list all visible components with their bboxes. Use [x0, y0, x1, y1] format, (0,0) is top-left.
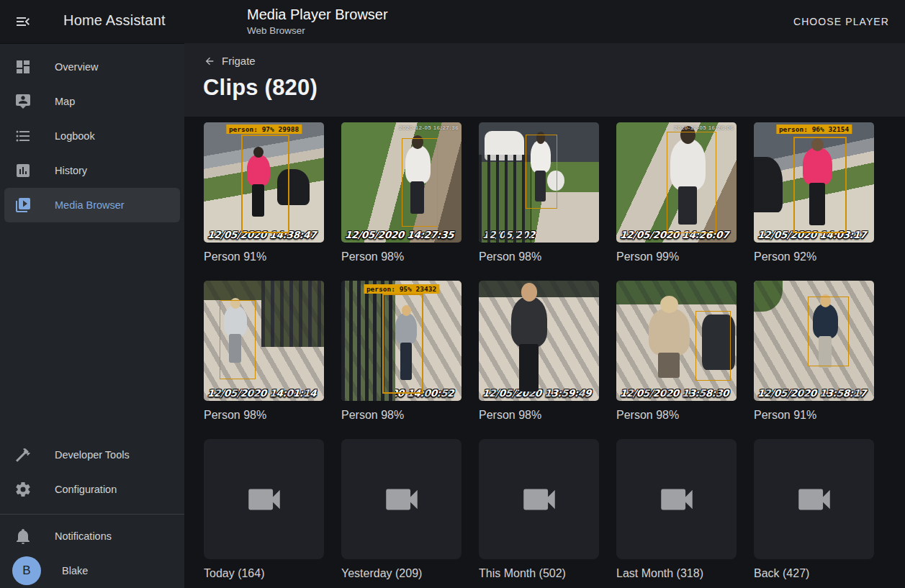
clip-timestamp: 12/05/2020 14:01:14: [207, 387, 316, 399]
main-header: Frigate Clips (820): [184, 43, 905, 117]
folder-label: Yesterday (209): [341, 566, 461, 582]
clip-card: 12/05/2020 14:01:14 Person 98%: [204, 281, 324, 423]
fence-figure: [261, 281, 324, 347]
detection-bounding-box: [241, 135, 289, 233]
chart-box-icon: [14, 162, 32, 179]
breadcrumb-label: Frigate: [222, 55, 256, 67]
folder-label: Last Month (318): [616, 566, 737, 582]
folder-card-this-month: This Month (502): [479, 439, 599, 582]
video-camera-icon: [793, 479, 835, 520]
clip-thumbnail[interactable]: 12/05/2020 13:58:30: [616, 281, 737, 401]
sidebar-item-label: Configuration: [55, 484, 117, 495]
sidebar-item-history[interactable]: History: [4, 153, 180, 188]
folder-card-today: Today (164): [204, 439, 324, 582]
clip-thumbnail[interactable]: 2020-12-05 16:26:06 12/05/2020 14:26:07: [616, 122, 737, 243]
sidebar-item-overview[interactable]: Overview: [4, 50, 180, 84]
page-header: Media Player Browser Web Browser: [247, 6, 388, 36]
folder-tile[interactable]: [754, 439, 874, 559]
clip-thumbnail[interactable]: person: 97% 29988 12/05/2020 14:38:47: [204, 122, 324, 243]
bell-icon: [14, 528, 32, 545]
gear-icon: [14, 481, 32, 498]
sidebar-bottom-nav: Developer Tools Configuration Notificati…: [0, 432, 184, 588]
arrow-left-icon: [204, 55, 215, 67]
clip-thumbnail[interactable]: person: 96% 32154 12/05/2020 14:03:17: [754, 122, 874, 243]
choose-player-button[interactable]: CHOOSE PLAYER: [789, 13, 893, 30]
clip-card: person: 95% 23432 12/05/2020 14:00:52 Pe…: [341, 281, 461, 423]
folder-card-last-month: Last Month (318): [616, 439, 737, 582]
sidebar-item-configuration[interactable]: Configuration: [4, 472, 180, 507]
clip-thumbnail[interactable]: 12/05/2020 13:58:17: [754, 281, 874, 401]
clip-caption: Person 91%: [204, 249, 324, 265]
page-title: Media Player Browser: [247, 6, 388, 23]
detection-label: person: 95% 23432: [364, 284, 439, 294]
clip-caption: Person 98%: [204, 407, 324, 423]
clip-thumbnail[interactable]: 12/05/2020 14:26:46: [479, 122, 599, 243]
app-window: Home Assistant Media Player Browser Web …: [0, 0, 905, 588]
sidebar-divider: [0, 514, 184, 515]
avatar: B: [12, 556, 41, 585]
clip-caption: Person 91%: [754, 407, 874, 423]
sidebar-spacer: [0, 222, 184, 432]
clip-thumbnail[interactable]: 2020-12-05 16:27:36 12/05/2020 14:27:35: [341, 122, 461, 243]
sidebar-item-map[interactable]: Map: [4, 84, 180, 119]
sidebar-item-label: Overview: [55, 61, 98, 73]
folder-tile[interactable]: [616, 439, 737, 559]
clip-thumbnail[interactable]: 12/05/2020 14:01:14: [204, 281, 324, 401]
clip-card: 12/05/2020 13:58:30 Person 98%: [616, 281, 737, 423]
clip-thumbnail[interactable]: person: 95% 23432 12/05/2020 14:00:52: [341, 281, 461, 401]
folder-card-yesterday: Yesterday (209): [341, 439, 461, 582]
clip-caption: Person 99%: [616, 249, 737, 265]
clip-card: 2020-12-05 16:27:36 12/05/2020 14:27:35 …: [341, 122, 461, 265]
menu-open-icon[interactable]: [14, 13, 32, 30]
hammer-icon: [14, 446, 32, 463]
clip-caption: Person 98%: [616, 407, 737, 423]
video-camera-icon: [381, 479, 423, 520]
stroller-figure: [754, 157, 783, 212]
clip-caption: Person 98%: [479, 249, 599, 265]
list-icon: [14, 127, 32, 145]
folder-tile[interactable]: [341, 439, 461, 559]
person-figure: [649, 308, 690, 355]
detection-bounding-box: [402, 138, 438, 227]
folder-card-back: Back (427): [754, 439, 874, 582]
detection-bounding-box: [220, 300, 256, 379]
account-tooltip-icon: [14, 93, 32, 110]
sidebar-nav: Overview Map Logbook History: [0, 44, 184, 222]
folder-label: Back (427): [754, 566, 874, 582]
play-box-multiple-icon: [14, 196, 32, 214]
folder-label: Today (164): [204, 566, 324, 582]
video-camera-icon: [243, 479, 285, 520]
sidebar-item-developer-tools[interactable]: Developer Tools: [4, 438, 180, 472]
folder-tile[interactable]: [204, 439, 324, 559]
clip-timestamp: 12/05/2020 13:58:30: [619, 387, 729, 399]
sidebar-item-logbook[interactable]: Logbook: [4, 119, 180, 153]
sidebar-item-user-profile[interactable]: B Blake: [4, 553, 180, 588]
folder-tile[interactable]: [479, 439, 599, 559]
clip-card: person: 96% 32154 12/05/2020 14:03:17 Pe…: [754, 122, 874, 265]
clip-card: 12/05/2020 13:59:49 Person 98%: [479, 281, 599, 423]
person-figure: [511, 297, 547, 347]
breadcrumb-frigate[interactable]: Frigate: [204, 55, 256, 67]
clip-caption: Person 98%: [341, 249, 461, 265]
clip-card: 12/05/2020 13:58:17 Person 91%: [754, 281, 874, 423]
clip-card: person: 97% 29988 12/05/2020 14:38:47 Pe…: [204, 122, 324, 265]
detection-label: person: 97% 29988: [226, 125, 302, 134]
media-grid-container: person: 97% 29988 12/05/2020 14:38:47 Pe…: [184, 117, 905, 588]
sidebar-item-label: Notifications: [55, 530, 112, 542]
folder-label: This Month (502): [479, 566, 599, 582]
video-camera-icon: [518, 479, 560, 520]
clip-card: 2020-12-05 16:26:06 12/05/2020 14:26:07 …: [616, 122, 737, 265]
detection-label: person: 96% 32154: [776, 125, 852, 134]
media-grid: person: 97% 29988 12/05/2020 14:38:47 Pe…: [204, 122, 905, 582]
sidebar-item-label: Map: [55, 96, 75, 107]
camera-timestamp: 2020-12-05 16:26:06: [674, 125, 734, 131]
user-name: Blake: [62, 565, 88, 576]
sidebar-item-label: History: [55, 165, 87, 176]
clip-thumbnail[interactable]: 12/05/2020 13:59:49: [479, 281, 599, 401]
detection-bounding-box: [667, 132, 716, 232]
sidebar-item-label: Developer Tools: [55, 449, 130, 461]
sidebar-item-notifications[interactable]: Notifications: [4, 519, 180, 553]
detection-bounding-box: [695, 311, 730, 381]
clips-title: Clips (820): [203, 75, 318, 101]
sidebar-item-media-browser[interactable]: Media Browser: [4, 188, 180, 222]
